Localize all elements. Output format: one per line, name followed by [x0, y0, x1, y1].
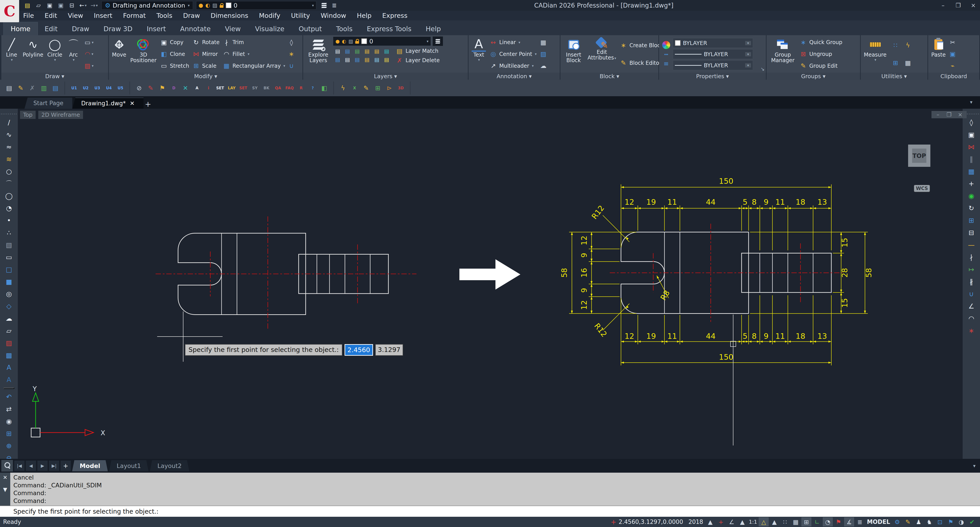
- menu-item[interactable]: Edit: [45, 12, 57, 19]
- toolbar-button[interactable]: ▥: [39, 83, 49, 93]
- tool-button[interactable]: ◯: [3, 190, 15, 202]
- cut-button[interactable]: ✂: [948, 38, 957, 46]
- status-toggle[interactable]: ◔: [823, 517, 833, 526]
- toolbar-button[interactable]: i: [204, 83, 214, 93]
- close-button[interactable]: ×: [956, 111, 965, 118]
- layer-tool-button[interactable]: ▤: [382, 56, 391, 64]
- tool-button[interactable]: ∿: [3, 129, 15, 141]
- hatch-button[interactable]: ▨▾: [83, 62, 95, 70]
- block-editor-button[interactable]: ✎Block Editor: [619, 59, 664, 67]
- line-button[interactable]: ╱Line▾: [3, 37, 20, 72]
- restore-button[interactable]: ❒: [944, 111, 954, 118]
- ribbon-tab[interactable]: Express Tools: [360, 22, 418, 35]
- tool-button[interactable]: ⇄: [3, 403, 15, 415]
- command-history[interactable]: ✕ ▼ CancelCommand: _CADianUtil_SDIMComma…: [0, 473, 980, 506]
- tool-button[interactable]: □: [3, 263, 15, 276]
- toolbar-button[interactable]: ▤: [4, 83, 14, 93]
- layer-isolate-button[interactable]: [433, 37, 443, 46]
- ribbon-tab[interactable]: Insert: [140, 22, 173, 35]
- tab-start-page[interactable]: Start Page: [24, 97, 72, 109]
- multileader-button[interactable]: ↗Multileader▾: [488, 62, 538, 70]
- last-tab-button[interactable]: ▶|: [49, 461, 59, 471]
- panel-label-modify[interactable]: Modify▾: [109, 73, 302, 80]
- ribbon-tab[interactable]: Annotate: [173, 22, 218, 35]
- lineweight-button[interactable]: ≡: [661, 60, 671, 67]
- rectangle-button[interactable]: ▭▾: [83, 38, 95, 46]
- tool-button[interactable]: ⊞: [3, 428, 15, 440]
- layer-quick-control[interactable]: ● ◐ ▨ 0 ▾: [196, 1, 316, 10]
- menu-item[interactable]: Express: [382, 12, 407, 19]
- tool-button[interactable]: ○: [3, 165, 15, 177]
- fillet-button[interactable]: ◠Fillet▾: [222, 50, 286, 58]
- calculator-button[interactable]: ▦: [904, 59, 912, 67]
- quick-access-button[interactable]: →▾: [89, 1, 99, 10]
- tool-button[interactable]: ≋: [3, 153, 15, 165]
- ribbon-tab[interactable]: Output: [291, 22, 329, 35]
- arc-flyout-button[interactable]: ◠▾: [83, 50, 95, 58]
- toolbar-button[interactable]: SY: [250, 83, 260, 93]
- ucs-badge[interactable]: WCS: [914, 185, 930, 192]
- tool-button[interactable]: ∴: [3, 227, 15, 239]
- tab-layout1[interactable]: Layout1: [109, 460, 148, 471]
- toolbar-button[interactable]: ⊞: [372, 83, 383, 93]
- toolbar-button[interactable]: ⊘: [134, 83, 144, 93]
- menu-item[interactable]: Help: [357, 12, 371, 19]
- app-logo-icon[interactable]: C: [0, 0, 19, 22]
- tool-button[interactable]: A: [3, 361, 15, 374]
- layer-explore-button[interactable]: [319, 1, 329, 10]
- tool-button[interactable]: ∪: [965, 288, 978, 300]
- tool-button[interactable]: ▣: [965, 129, 978, 141]
- panel-launcher-icon[interactable]: ↘: [760, 66, 765, 72]
- tool-button[interactable]: [3, 388, 14, 389]
- chevron-down-icon[interactable]: ▼: [3, 487, 7, 493]
- match-properties-button[interactable]: ⌁: [948, 62, 957, 70]
- status-toggle[interactable]: ▲: [770, 517, 779, 526]
- tool-button[interactable]: ⊟: [965, 227, 978, 239]
- panel-label-block[interactable]: Block▾: [560, 73, 659, 80]
- status-toggle[interactable]: ⊞: [802, 517, 811, 526]
- menu-item[interactable]: Draw: [183, 12, 200, 19]
- search-icon[interactable]: [2, 460, 13, 471]
- ribbon-tab[interactable]: Tools: [329, 22, 360, 35]
- tool-button[interactable]: ↦: [965, 263, 978, 276]
- tab-model[interactable]: Model: [72, 460, 108, 471]
- tool-button[interactable]: A: [3, 374, 15, 386]
- quick-access-button[interactable]: ⊟▾: [67, 1, 77, 10]
- panel-label-utilities[interactable]: Utilities▾: [861, 73, 928, 80]
- status-toggle[interactable]: ▲: [737, 517, 747, 526]
- ribbon-tab[interactable]: Home: [3, 22, 38, 35]
- linetype-button[interactable]: ┅: [661, 51, 671, 58]
- toolbar-button[interactable]: A: [192, 83, 202, 93]
- circle-button[interactable]: ◯Circle▾: [46, 37, 64, 72]
- status-toggle[interactable]: ≣: [855, 517, 865, 526]
- status-toggle[interactable]: 1:1: [748, 517, 758, 526]
- tool-button[interactable]: +: [965, 177, 978, 190]
- status-toggle[interactable]: ⚑: [834, 517, 843, 526]
- next-tab-button[interactable]: ▶: [37, 461, 48, 471]
- quick-group-button[interactable]: ∗Quick Group: [799, 39, 843, 46]
- menu-item[interactable]: Tools: [156, 12, 172, 19]
- quick-select-button[interactable]: ϟ: [905, 42, 911, 49]
- ribbon-tab[interactable]: Draw 3D: [96, 22, 140, 35]
- color-select[interactable]: BYLAYER▾: [673, 38, 753, 48]
- tool-button[interactable]: ∤: [965, 251, 978, 263]
- tool-button[interactable]: •: [3, 214, 15, 227]
- first-tab-button[interactable]: |◀: [14, 461, 24, 471]
- center-point-button[interactable]: ◎Center Point▾: [488, 50, 538, 58]
- group-edit-button[interactable]: ✎Group Edit: [799, 62, 843, 70]
- toolbar-button[interactable]: ◧: [319, 83, 329, 93]
- toolbar-button[interactable]: 3D: [396, 83, 406, 93]
- hatch-annotation-button[interactable]: ▨: [539, 50, 548, 58]
- toolbar-button[interactable]: ✗: [27, 83, 37, 93]
- tool-button[interactable]: ◉: [965, 190, 978, 202]
- edit-attributes-button[interactable]: ✎Edit Attributes▾: [586, 37, 617, 72]
- tab-overflow-icon[interactable]: ▾: [970, 99, 972, 105]
- move-button[interactable]: ↔↕Move: [111, 37, 127, 72]
- toolbar-button[interactable]: U4: [104, 83, 114, 93]
- copy-button[interactable]: ▣Copy: [159, 39, 190, 46]
- menu-item[interactable]: Insert: [94, 12, 112, 19]
- close-icon[interactable]: ✕: [130, 100, 135, 107]
- toolbar-customize-button[interactable]: ≣: [329, 1, 339, 10]
- toolbar-button[interactable]: FAQ: [285, 83, 295, 93]
- tool-button[interactable]: ▱: [3, 324, 15, 337]
